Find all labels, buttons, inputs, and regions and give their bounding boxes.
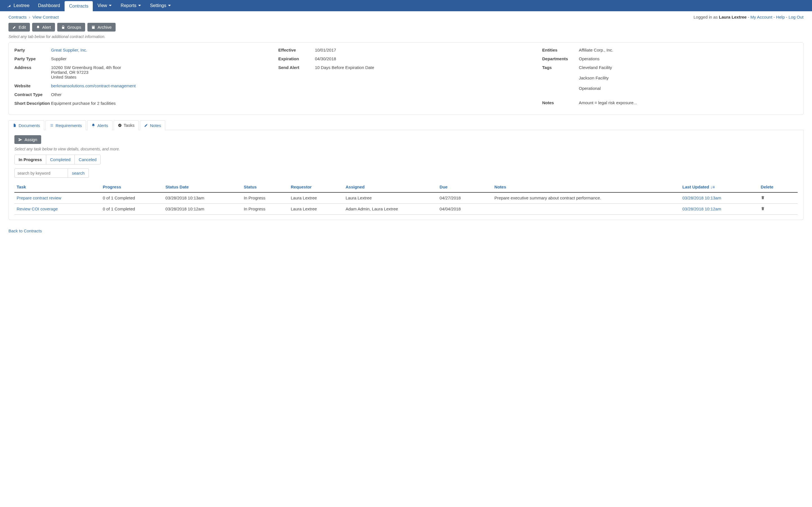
expiration-label: Expiration [278, 56, 315, 61]
nav-reports[interactable]: Reports [116, 0, 146, 11]
delete-task-button[interactable] [761, 207, 765, 212]
th-task[interactable]: Task [14, 183, 101, 192]
lock-icon [61, 25, 65, 29]
notes-value: Amount = legal risk exposure... [579, 100, 637, 105]
task-lastupdated-link[interactable]: 03/28/2018 10:13am [682, 195, 721, 200]
tab-requirements[interactable]: Requirements [45, 120, 86, 130]
archive-button[interactable]: Archive [87, 23, 116, 32]
sort-desc-icon: ↓≡ [710, 184, 715, 189]
nav-view[interactable]: View [93, 0, 116, 11]
bell-icon [36, 25, 40, 29]
tab-notes[interactable]: Notes [140, 120, 165, 130]
website-label: Website [14, 83, 51, 88]
edit-button[interactable]: Edit [8, 23, 30, 32]
tab-tasks-label: Tasks [124, 123, 135, 128]
task-due: 04/04/2018 [437, 204, 492, 215]
details-col-3: EntitiesAffiliate Corp., Inc. Department… [542, 48, 798, 110]
tasks-table: Task Progress Status Date Status Request… [14, 183, 798, 215]
notes-label: Notes [542, 100, 579, 105]
filter-canceled[interactable]: Canceled [74, 155, 100, 164]
tab-alerts-label: Alerts [97, 123, 108, 128]
filter-completed[interactable]: Completed [46, 155, 75, 164]
caret-down-icon [138, 4, 141, 7]
contracttype-value: Other [51, 92, 62, 97]
task-assigned: Adam Admin, Laura Lextree [343, 204, 437, 215]
archive-button-label: Archive [98, 25, 112, 30]
task-lastupdated-link[interactable]: 03/28/2018 10:12am [682, 207, 721, 211]
address-line-2: Portland, OR 97223 [51, 70, 121, 75]
caret-down-icon [168, 4, 171, 7]
filter-inprogress[interactable]: In Progress [15, 155, 46, 164]
assign-button[interactable]: Assign [14, 135, 41, 144]
tab-alerts[interactable]: Alerts [87, 120, 112, 130]
paper-plane-icon [18, 138, 22, 142]
task-search-row: search [14, 168, 798, 178]
nav-settings-label: Settings [150, 3, 166, 8]
expiration-value: 04/30/2018 [315, 56, 336, 61]
th-requestor[interactable]: Requestor [289, 183, 343, 192]
party-value[interactable]: Great Supplier, Inc. [51, 48, 87, 52]
nav-contracts[interactable]: Contracts [64, 1, 93, 11]
tab-tasks[interactable]: Tasks [114, 120, 139, 130]
breadcrumb-root[interactable]: Contracts [8, 15, 27, 19]
th-progress[interactable]: Progress [101, 183, 163, 192]
task-statusdate: 03/28/2018 10:12am [163, 204, 242, 215]
effective-label: Effective [278, 48, 315, 52]
table-row: Review COI coverage0 of 1 Completed03/28… [14, 204, 798, 215]
logout-link[interactable]: Log Out [789, 15, 804, 19]
th-assigned[interactable]: Assigned [343, 183, 437, 192]
groups-button-label: Groups [67, 25, 81, 30]
tab-documents[interactable]: Documents [8, 120, 44, 130]
groups-button[interactable]: Groups [57, 23, 85, 32]
nav-dashboard[interactable]: Dashboard [34, 0, 64, 11]
check-circle-icon [118, 123, 122, 127]
brand[interactable]: Lextree [3, 0, 34, 11]
task-search-button[interactable]: search [68, 168, 89, 178]
th-notes[interactable]: Notes [492, 183, 680, 192]
effective-value: 10/01/2017 [315, 48, 336, 52]
my-account-link[interactable]: My Account [751, 15, 772, 19]
th-lastupdated[interactable]: Last Updated↓≡ [680, 183, 758, 192]
help-link[interactable]: Help [776, 15, 784, 19]
nav-contracts-label: Contracts [69, 4, 88, 9]
edit-button-label: Edit [18, 25, 26, 30]
table-row: Prepare contract review0 of 1 Completed0… [14, 192, 798, 204]
pencil-icon [12, 25, 16, 29]
back-to-contracts-row: Back to Contracts [0, 226, 812, 242]
chevron-right-icon: › [29, 15, 30, 19]
task-progress: 0 of 1 Completed [101, 192, 163, 204]
th-statusdate[interactable]: Status Date [163, 183, 242, 192]
th-delete: Delete [758, 183, 798, 192]
sendalert-label: Send Alert [278, 65, 315, 70]
task-status: In Progress [242, 204, 289, 215]
user-bar: Logged in as Laura Lextree - My Account … [694, 15, 804, 19]
th-due[interactable]: Due [437, 183, 492, 192]
task-search-input[interactable] [14, 168, 68, 178]
delete-task-button[interactable] [761, 196, 765, 201]
task-requestor: Laura Lextree [289, 192, 343, 204]
logged-in-user: Laura Lextree [719, 15, 747, 19]
contract-details-card: PartyGreat Supplier, Inc. Party TypeSupp… [8, 42, 804, 115]
address-line-3: United States [51, 75, 121, 79]
entities-value: Affiliate Corp., Inc. [579, 48, 613, 52]
alert-button[interactable]: Alert [32, 23, 55, 32]
task-link[interactable]: Review COI coverage [17, 207, 58, 211]
nav-reports-label: Reports [121, 3, 137, 8]
back-to-contracts-link[interactable]: Back to Contracts [8, 228, 42, 233]
nav-settings[interactable]: Settings [146, 0, 175, 11]
details-col-2: Effective10/01/2017 Expiration04/30/2018… [278, 48, 534, 110]
breadcrumb-current[interactable]: View Contract [33, 15, 59, 19]
task-notes: Prepare executive summary about contract… [492, 192, 680, 204]
website-value[interactable]: berkmansolutions.com/contract-management [51, 83, 136, 88]
task-due: 04/27/2018 [437, 192, 492, 204]
bell-icon [91, 123, 95, 127]
th-status[interactable]: Status [242, 183, 289, 192]
details-col-1: PartyGreat Supplier, Inc. Party TypeSupp… [14, 48, 270, 110]
tag-item: Jackson Facility [579, 75, 612, 80]
archive-icon [91, 25, 95, 29]
breadcrumb: Contracts › View Contract [8, 15, 59, 19]
alert-button-label: Alert [42, 25, 51, 30]
task-statusdate: 03/28/2018 10:13am [163, 192, 242, 204]
task-link[interactable]: Prepare contract review [17, 195, 61, 200]
task-requestor: Laura Lextree [289, 204, 343, 215]
